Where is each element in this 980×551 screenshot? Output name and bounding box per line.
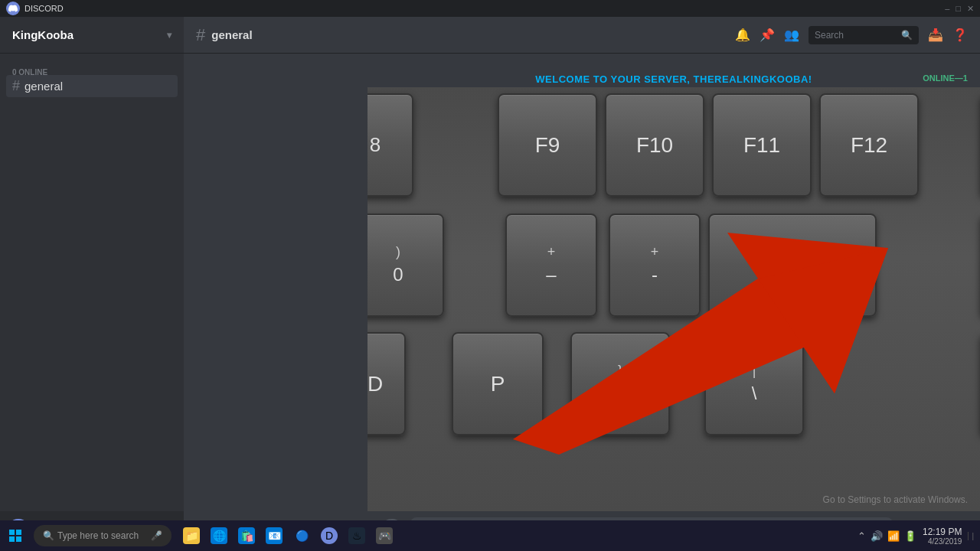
date-display: 4/23/2019 (923, 537, 962, 546)
key-zero: ) 0 (368, 214, 444, 317)
titlebar-controls: – □ ✕ (945, 4, 974, 14)
bell-icon[interactable]: 🔔 (735, 28, 750, 42)
sidebar-item-general[interactable]: # general (6, 75, 178, 97)
channel-list: # general (0, 75, 184, 97)
server-name[interactable]: KingKooba ▾ (0, 17, 184, 54)
close-btn[interactable]: ✕ (967, 4, 974, 14)
channel-header-name: general (211, 28, 252, 41)
key-minus: + – (505, 214, 597, 317)
online-count: 0 ONLINE (0, 67, 60, 78)
discord-logo (6, 2, 20, 15)
welcome-banner: WELCOME TO YOUR SERVER, THEREALKINGKOOBA… (368, 70, 980, 87)
channel-name: general (24, 80, 63, 93)
time-display: 12:19 PM (923, 527, 962, 537)
titlebar-title: DISCORD (24, 4, 64, 13)
taskbar-search[interactable]: 🔍 Type here to search 🎤 (34, 525, 172, 546)
key-f8-partial: 8 (368, 93, 413, 197)
taskbar-app-edge[interactable]: 🌐 (205, 520, 233, 551)
help-icon[interactable]: ❓ (952, 28, 968, 42)
taskbar-clock[interactable]: 12:19 PM 4/23/2019 (923, 527, 962, 546)
taskbar-app-file-explorer[interactable]: 📁 (178, 520, 205, 551)
taskbar-right: ⌃ 🔊 📶 🔋 12:19 PM 4/23/2019 | (858, 527, 980, 546)
windows-icon (9, 530, 21, 542)
sidebar: KingKooba ▾ 0 ONLINE # general TheRealKi… (0, 17, 184, 551)
search-placeholder: Search (815, 30, 901, 41)
members-icon[interactable]: 👥 (784, 28, 799, 42)
system-tray: ⌃ 🔊 📶 🔋 (858, 530, 916, 542)
key-bracket: } [ (570, 332, 670, 435)
chevron-up-icon[interactable]: ⌃ (858, 530, 866, 542)
taskbar-apps: 📁 🌐 🛍️ 📧 🔵 D ♨ 🎮 (178, 520, 398, 551)
key-f12: F12 (819, 93, 919, 197)
taskbar-app-other[interactable]: 🎮 (371, 520, 398, 551)
mic-icon: 🎤 (151, 530, 162, 541)
pin-icon[interactable]: 📌 (760, 28, 775, 42)
key-f9: F9 (498, 93, 597, 197)
header-actions: 🔔 📌 👥 Search 🔍 📥 ❓ (735, 26, 968, 44)
keyboard-background: 8 F9 F10 F11 F12 Prt Sc (368, 87, 980, 511)
taskbar-app-mail[interactable]: 📧 (260, 520, 288, 551)
search-icon: 🔍 (901, 30, 913, 41)
search-taskbar-icon: 🔍 (43, 530, 54, 541)
welcome-text: WELCOME TO YOUR SERVER, THEREALKINGKOOBA… (535, 73, 812, 85)
network-icon[interactable]: 📶 (887, 530, 900, 542)
taskbar-app-discord[interactable]: D (315, 520, 343, 551)
taskbar-app-steam[interactable]: ♨ (343, 520, 371, 551)
taskbar-app-store[interactable]: 🛍️ (233, 520, 260, 551)
inbox-icon[interactable]: 📥 (928, 28, 943, 42)
speaker-icon[interactable]: 🔊 (871, 530, 883, 542)
key-d-partial: D (368, 332, 406, 435)
key-p: P (452, 332, 544, 435)
maximize-btn[interactable]: □ (956, 4, 961, 13)
show-desktop-btn[interactable]: | (968, 532, 974, 540)
key-plus: + - (609, 214, 701, 317)
taskbar-app-chrome[interactable]: 🔵 (288, 520, 315, 551)
titlebar: DISCORD – □ ✕ (0, 0, 980, 17)
minimize-btn[interactable]: – (945, 4, 949, 13)
chevron-down-icon: ▾ (167, 30, 172, 41)
channel-hash-icon: # (12, 78, 20, 94)
key-f10: F10 (605, 93, 704, 197)
keyboard-display: 8 F9 F10 F11 F12 Prt Sc (368, 87, 980, 511)
taskbar-search-text: Type here to search (57, 530, 139, 541)
activate-watermark: Go to Settings to activate Windows. (823, 494, 968, 505)
search-box[interactable]: Search 🔍 (808, 26, 919, 44)
channel-hash-icon: # (196, 25, 205, 45)
key-f11: F11 (712, 93, 812, 197)
channel-header: # general 🔔 📌 👥 Search 🔍 📥 ❓ (184, 17, 980, 54)
battery-icon[interactable]: 🔋 (904, 530, 916, 542)
taskbar: 🔍 Type here to search 🎤 📁 🌐 🛍️ 📧 🔵 D ♨ 🎮 (0, 520, 980, 551)
start-button[interactable] (0, 520, 31, 551)
key-backspace: pace (708, 214, 877, 317)
key-backslash: | \ (704, 332, 804, 435)
main-content: # general 🔔 📌 👥 Search 🔍 📥 ❓ ONLINE—1 WE… (184, 17, 980, 551)
